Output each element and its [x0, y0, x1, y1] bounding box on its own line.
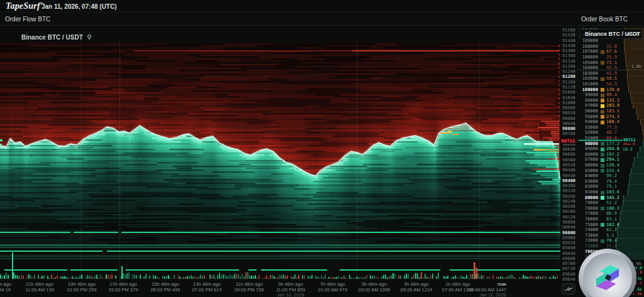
close-icon[interactable]: × [635, 31, 638, 38]
price-axis-tick: 89880 [562, 246, 575, 251]
time-axis-label: 15h 48m ago05:00 PM 499 [151, 282, 180, 293]
size-heat-chip [601, 239, 604, 243]
size-heat-chip [601, 104, 604, 108]
price-axis-tick: 91120 [562, 85, 575, 90]
size-heat-chip [601, 50, 604, 54]
sell-volume-value: 1.5k [632, 291, 642, 296]
price-axis-tick: 90760 [562, 131, 575, 136]
time-axis-label: 5h 48m ago03:00 AM 1099 [358, 282, 390, 293]
visibility-toggle-button[interactable] [562, 283, 575, 294]
size-heat-chip [601, 94, 604, 97]
price-axis-tick: 91440 [562, 43, 575, 48]
time-axis-label: 19h 48m ago01:00 PM 259 [67, 282, 97, 293]
size-heat-chip [601, 207, 604, 210]
size-heat-chip [601, 164, 604, 168]
price-axis-tick: 91040 [562, 95, 575, 100]
header-bar: TapeSurf® Jan 11, 2026, 07:48 (UTC) [0, 0, 644, 13]
size-heat-chip [601, 142, 604, 146]
size-heat-chip [601, 223, 604, 227]
chart-symbol-title[interactable]: Binance BTC / USDT [21, 34, 92, 41]
price-axis-tick: 91000 [562, 100, 575, 105]
order-flow-heatmap-canvas[interactable] [0, 26, 560, 281]
price-axis-tick: 90200 [562, 204, 575, 209]
price-axis-tick: 90240 [562, 199, 575, 204]
left-tab-bar: Order Flow BTC [0, 13, 575, 26]
time-axis-label: 21h 48m ago11:00 AM 139 [25, 282, 54, 293]
price-axis-tick: 91360 [562, 53, 575, 58]
tab-order-flow-btc[interactable]: Order Flow BTC [5, 16, 50, 23]
price-axis-tick: 90160 [562, 209, 575, 214]
depth-scale-line [577, 70, 644, 70]
size-heat-chip [601, 77, 604, 81]
price-axis-tick: 90440 [562, 173, 575, 178]
price-axis-tick: 89920 [562, 240, 575, 246]
add-icon[interactable]: + [626, 31, 630, 38]
price-axis-tick: 90600 [562, 152, 575, 157]
price-axis-tick: 89840 [562, 251, 575, 256]
size-heat-chip [601, 153, 604, 156]
price-axis-tick: 90320 [562, 188, 575, 193]
price-axis-tick: 91560 [562, 28, 575, 33]
price-axis-tick: 91240 [562, 69, 575, 74]
tab-order-book-btc[interactable]: Order Book BTC [581, 16, 628, 23]
time-axis-label: 11h 48m ago09:00 PM 739 [235, 282, 264, 293]
size-heat-chip [601, 148, 604, 151]
time-axis[interactable]: 23h 48m ago09:00 AM 1921h 48m ago11:00 A… [0, 281, 560, 297]
price-axis-tick: 90800 [562, 126, 575, 131]
size-heat-chip [601, 169, 604, 173]
price-axis-tick: 90120 [562, 215, 575, 220]
price-axis-tick: 91200 [562, 74, 575, 79]
size-heat-chip [601, 88, 604, 92]
size-heat-chip [601, 115, 604, 119]
size-heat-chip [601, 158, 604, 162]
order-book-symbol-title: Binance BTC / USDT + × [580, 29, 642, 39]
price-axis-tick: 89960 [562, 235, 575, 240]
pin-icon[interactable] [87, 35, 92, 41]
chart-symbol-label: Binance BTC / USDT [21, 34, 83, 41]
price-axis-tick: 90280 [562, 194, 575, 199]
time-axis-label: 9h 48m ago11:00 PM 859Jan 10, 2026 [276, 282, 305, 297]
price-axis-tick: 90880 [562, 116, 575, 121]
order-flow-chart-region: Binance BTC / USDT 915609152091480914409… [0, 26, 575, 297]
price-axis-tick: 89680 [562, 272, 575, 277]
price-axis-tick: 90480 [562, 168, 575, 173]
price-axis-tick: 89800 [562, 256, 575, 261]
price-axis-tick: 90400 [562, 178, 575, 183]
price-axis-tick: 90960 [562, 105, 575, 111]
price-axis-tick: 90360 [562, 183, 575, 188]
price-axis-tick: 89640 [562, 277, 575, 282]
time-axis-label: 3h 48m ago05:00 AM 1219 [401, 282, 432, 293]
time-axis-label: 17h 48m ago03:00 PM 379 [109, 282, 138, 293]
price-axis-tick: 90040 [562, 225, 575, 230]
depth-scale-label: 1.8k [631, 64, 641, 69]
price-axis-tick: 90520 [562, 163, 575, 168]
tapesurf-app: TapeSurf® Jan 11, 2026, 07:48 (UTC) Orde… [0, 0, 644, 297]
header-timestamp: Jan 11, 2026, 07:48 (UTC) [42, 3, 117, 10]
price-axis-tick: 91320 [562, 59, 575, 64]
order-book-current-price-label: 90711 [623, 138, 636, 143]
size-heat-chip [601, 121, 604, 124]
price-axis-tick: 90080 [562, 220, 575, 225]
size-heat-chip [601, 191, 604, 195]
tapesurf-logo: TapeSurf® [6, 1, 43, 11]
price-axis-tick: 90920 [562, 111, 575, 116]
time-axis-label: 13h 48m ago07:00 PM 619 [192, 282, 222, 293]
coin-logo-icon [594, 262, 621, 293]
price-axis-tick: 91520 [562, 33, 575, 38]
right-tab-bar: Order Book BTC [577, 13, 644, 26]
time-axis-now-label: now08:48:00 AM 1447Jan 11, 2026 [468, 282, 506, 297]
time-axis-label: 7h 48m ago01:00 AM 979 [318, 282, 347, 293]
time-axis-label: 23h 48m ago09:00 AM 19 [0, 282, 11, 293]
price-axis-tick: 89720 [562, 266, 575, 271]
order-book-symbol-label: Binance BTC / USDT [585, 31, 640, 37]
price-axis-tick: 90840 [562, 121, 575, 126]
price-axis-tick: 91400 [562, 48, 575, 53]
size-heat-chip [601, 99, 604, 102]
price-axis[interactable]: 9156091520914809144091400913609132091280… [560, 26, 575, 297]
size-heat-chip [601, 196, 604, 200]
price-axis-tick: 89760 [562, 261, 575, 266]
size-heat-chip [601, 61, 604, 65]
current-price-label: 90711 [560, 138, 576, 144]
price-axis-tick: 91080 [562, 90, 575, 95]
price-axis-tick: 90560 [562, 158, 575, 163]
